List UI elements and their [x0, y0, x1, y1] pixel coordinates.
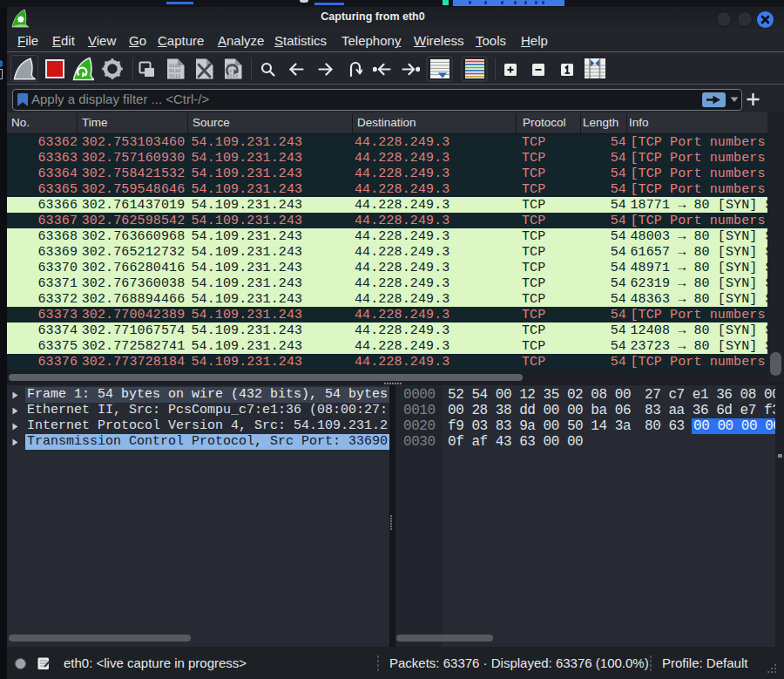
svg-text:0111: 0111	[169, 73, 181, 79]
